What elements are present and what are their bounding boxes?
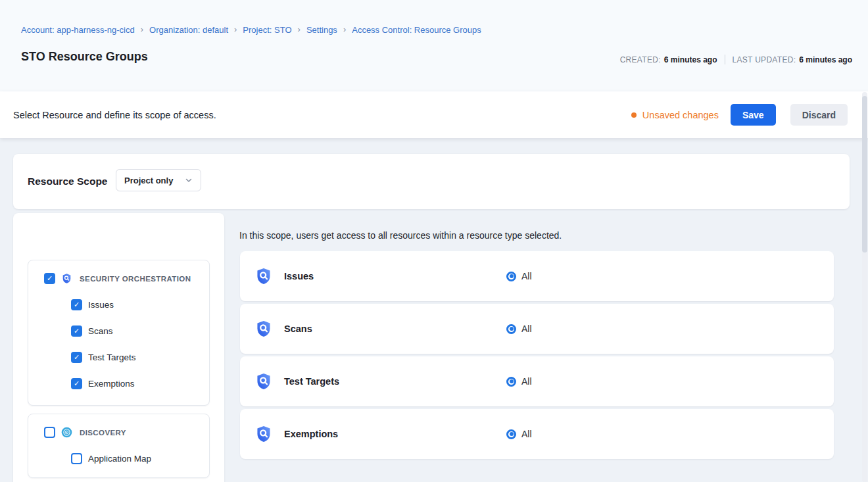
resource-item-test-targets: ✓ Test Targets <box>71 352 136 363</box>
unsaved-changes-indicator: Unsaved changes <box>631 110 719 120</box>
unsaved-changes-label: Unsaved changes <box>642 110 719 120</box>
resource-item-label: Test Targets <box>88 352 136 362</box>
resources-panel: Resources All Specified ✓ <box>13 213 224 482</box>
radio-selected-icon <box>506 429 516 439</box>
check-icon: ✓ <box>47 275 53 282</box>
divider <box>725 55 725 64</box>
resource-scope-select[interactable]: Project only <box>116 169 201 191</box>
access-all-option[interactable]: All <box>506 356 532 406</box>
issues-checkbox[interactable]: ✓ <box>71 299 82 310</box>
resource-item-label: Exemptions <box>88 379 135 389</box>
resource-row-label: Scans <box>284 324 312 334</box>
action-toolbar: Select Resource and define its scope of … <box>0 91 868 138</box>
resource-row-title: Scans <box>254 304 312 354</box>
exemptions-checkbox[interactable]: ✓ <box>71 378 82 389</box>
radio-selected-icon <box>506 324 516 334</box>
resource-item-issues: ✓ Issues <box>71 299 114 310</box>
sto-shield-icon <box>61 273 72 284</box>
check-icon: ✓ <box>74 301 80 308</box>
page: Account: app-harness-ng-cicd › Organizat… <box>0 0 868 482</box>
breadcrumb-resource-groups-link[interactable]: Access Control: Resource Groups <box>352 25 481 35</box>
resource-item-application-map: Application Map <box>71 453 151 464</box>
check-icon: ✓ <box>74 327 80 335</box>
unsaved-dot-icon <box>631 112 637 118</box>
breadcrumb-account-link[interactable]: Account: app-harness-ng-cicd <box>21 25 135 35</box>
sto-shield-icon <box>254 320 273 338</box>
breadcrumb-settings-link[interactable]: Settings <box>306 25 337 35</box>
access-all-option[interactable]: All <box>506 251 532 301</box>
discovery-icon <box>61 427 72 438</box>
radio-selected-icon <box>506 272 516 281</box>
save-button[interactable]: Save <box>731 104 776 126</box>
application-map-checkbox[interactable] <box>71 453 82 464</box>
created-label: CREATED: <box>620 55 661 64</box>
access-all-label: All <box>521 271 532 281</box>
group-discovery: DISCOVERY Application Map <box>28 414 210 478</box>
resource-item-label: Scans <box>88 326 113 336</box>
scrollbar-thumb[interactable] <box>862 96 867 253</box>
resource-row-test-targets: Test Targets All <box>240 356 834 406</box>
resource-item-label: Application Map <box>88 454 151 464</box>
resource-row-label: Exemptions <box>284 429 338 439</box>
security-orchestration-checkbox[interactable]: ✓ <box>44 273 55 284</box>
group-label: SECURITY ORCHESTRATION <box>80 275 191 283</box>
last-updated-value: 6 minutes ago <box>799 55 852 64</box>
scope-description: In this scope, users get access to all r… <box>239 230 562 241</box>
chevron-right-icon: › <box>343 25 346 34</box>
check-icon: ✓ <box>74 380 80 387</box>
breadcrumb: Account: app-harness-ng-cicd › Organizat… <box>21 25 481 35</box>
resource-row-title: Test Targets <box>254 356 339 406</box>
group-header-security-orchestration: ✓ SECURITY ORCHESTRATION <box>44 273 191 284</box>
test-targets-checkbox[interactable]: ✓ <box>71 352 82 363</box>
group-security-orchestration: ✓ SECURITY ORCHESTRATION ✓ Issues ✓ Scan… <box>28 260 210 406</box>
resource-row-title: Exemptions <box>254 409 338 459</box>
group-header-discovery: DISCOVERY <box>44 427 126 438</box>
toolbar-description: Select Resource and define its scope of … <box>13 91 216 138</box>
resource-row-issues: Issues All <box>240 251 834 301</box>
resource-item-label: Issues <box>88 300 114 310</box>
discard-button[interactable]: Discard <box>790 104 848 126</box>
access-all-label: All <box>521 376 532 387</box>
resource-row-title: Issues <box>254 251 314 301</box>
scans-checkbox[interactable]: ✓ <box>71 325 82 337</box>
page-header: Account: app-harness-ng-cicd › Organizat… <box>0 0 868 91</box>
resource-scope-label: Resource Scope <box>28 154 107 209</box>
resource-item-exemptions: ✓ Exemptions <box>71 378 135 389</box>
resource-item-scans: ✓ Scans <box>71 325 113 337</box>
chevron-right-icon: › <box>234 25 237 34</box>
breadcrumb-project-link[interactable]: Project: STO <box>243 25 291 35</box>
access-all-label: All <box>521 324 532 334</box>
chevron-right-icon: › <box>298 25 301 34</box>
resource-scope-selected-value: Project only <box>124 176 173 185</box>
access-all-option[interactable]: All <box>506 304 532 354</box>
radio-selected-icon <box>506 377 516 387</box>
toolbar-actions: Unsaved changes Save Discard <box>631 91 848 138</box>
page-title: STO Resource Groups <box>21 50 148 64</box>
access-all-label: All <box>521 429 532 439</box>
resource-row-label: Issues <box>284 271 314 281</box>
created-value: 6 minutes ago <box>664 55 717 64</box>
sto-shield-icon <box>254 425 273 443</box>
sto-shield-icon <box>254 372 273 391</box>
check-icon: ✓ <box>74 354 80 361</box>
resource-row-exemptions: Exemptions All <box>240 409 834 459</box>
group-label: DISCOVERY <box>80 429 126 437</box>
resource-row-label: Test Targets <box>284 376 339 387</box>
chevron-down-icon <box>185 176 193 184</box>
discovery-checkbox[interactable] <box>44 427 55 438</box>
resource-row-scans: Scans All <box>240 304 834 354</box>
created-updated-meta: CREATED: 6 minutes ago LAST UPDATED: 6 m… <box>620 55 852 64</box>
last-updated-label: LAST UPDATED: <box>733 55 796 64</box>
sto-shield-icon <box>254 267 273 285</box>
breadcrumb-organization-link[interactable]: Organization: default <box>149 25 228 35</box>
chevron-right-icon: › <box>141 25 143 34</box>
resource-scope-card: Resource Scope Project only <box>13 154 850 209</box>
access-all-option[interactable]: All <box>506 409 532 459</box>
